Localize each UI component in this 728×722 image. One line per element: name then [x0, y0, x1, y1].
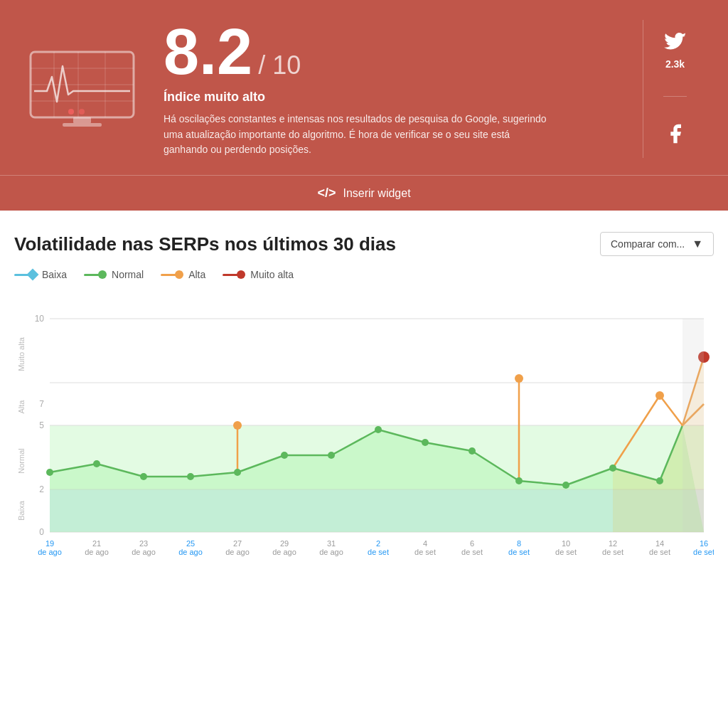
xlabel-27ago: 27 [233, 539, 242, 548]
green-dot-10set [562, 482, 569, 489]
y-label-7: 7 [39, 399, 44, 409]
yzone-baixa: Baixa [17, 500, 26, 520]
xlabel-19ago-2: de ago [38, 548, 62, 556]
facebook-share[interactable] [664, 122, 687, 145]
xlabel-8set-2: de set [508, 548, 530, 556]
xlabel-16set-2: de set [693, 548, 714, 556]
xlabel-19ago: 19 [46, 539, 54, 548]
xlabel-6set: 6 [470, 539, 474, 548]
chart-section: Volatilidade nas SERPs nos últimos 30 di… [0, 211, 728, 575]
xlabel-12set-2: de set [602, 548, 623, 556]
top-card-main: 8.2 / 10 Índice muito alto Há oscilações… [0, 0, 728, 175]
compare-label: Comparar com... [611, 238, 685, 250]
y-label-5: 5 [39, 420, 44, 430]
xlabel-31ago-2: de ago [319, 548, 343, 556]
xlabel-21ago: 21 [92, 539, 101, 548]
legend-muito-alta: Muito alta [223, 269, 294, 280]
xlabel-31ago: 31 [327, 539, 336, 548]
yzone-alta: Alta [17, 400, 26, 414]
social-divider [663, 96, 687, 97]
widget-bar[interactable]: </> Inserir widget [0, 175, 728, 211]
green-dot-12set [609, 464, 616, 472]
last-col-shade [682, 319, 704, 532]
legend-baixa: Baixa [14, 269, 67, 280]
legend-normal-label: Normal [112, 269, 144, 280]
yzone-muito-alta: Muito alta [17, 336, 26, 371]
xlabel-23ago: 23 [139, 539, 148, 548]
xlabel-25ago-2: de ago [178, 548, 203, 556]
xlabel-4set-2: de set [414, 548, 436, 556]
top-card: 8.2 / 10 Índice muito alto Há oscilações… [0, 0, 728, 211]
xlabel-16set: 16 [700, 539, 708, 548]
legend-alta-label: Alta [188, 269, 205, 280]
monitor-icon [21, 20, 142, 158]
chart-container: 10 7 5 2 0 Muito alta Alta Normal Baixa [14, 290, 714, 561]
xlabel-29ago: 29 [280, 539, 289, 548]
green-dot-2set [375, 426, 382, 433]
alta-zone [50, 383, 704, 425]
score-desc: Há oscilações constantes e intensas nos … [164, 112, 547, 158]
xlabel-10set-2: de set [555, 548, 577, 556]
green-dot-29ago [281, 452, 288, 459]
xlabel-8set: 8 [517, 539, 521, 548]
xlabel-12set: 12 [609, 539, 617, 548]
xlabel-25ago: 25 [186, 539, 195, 548]
legend-row: Baixa Normal Alta Muito alta [14, 269, 714, 280]
green-dot-14set [656, 477, 663, 484]
score-number: 8.2 [164, 20, 252, 84]
xlabel-21ago-2: de ago [85, 548, 109, 556]
green-dot-21ago [93, 460, 100, 467]
score-line: 8.2 / 10 [164, 20, 643, 84]
y-label-0: 0 [39, 527, 44, 537]
y-label-2: 2 [39, 484, 44, 494]
twitter-share[interactable]: 2.3k [664, 33, 687, 70]
y-label-10: 10 [35, 314, 45, 324]
social-panel: 2.3k [643, 20, 707, 158]
green-dot-23ago [140, 473, 147, 480]
green-dot-19ago [46, 469, 53, 476]
xlabel-2set: 2 [376, 539, 380, 548]
xlabel-10set: 10 [562, 539, 570, 548]
legend-baixa-label: Baixa [42, 269, 67, 280]
orange-dot-8set [515, 374, 523, 383]
green-dot-4set [422, 439, 429, 446]
orange-dot-27ago [233, 421, 242, 430]
orange-dot-12set [655, 391, 664, 400]
xlabel-23ago-2: de ago [132, 548, 156, 556]
green-dot-25ago [187, 473, 194, 480]
chart-title: Volatilidade nas SERPs nos últimos 30 di… [14, 233, 396, 255]
score-denom: / 10 [258, 51, 301, 80]
green-dot-8set [515, 477, 523, 484]
legend-normal: Normal [84, 269, 144, 280]
chevron-down-icon: ▼ [692, 238, 703, 250]
green-dot-31ago [328, 452, 335, 459]
widget-bar-label: Inserir widget [343, 187, 410, 200]
green-dot-6set [469, 447, 476, 455]
legend-muito-alta-label: Muito alta [250, 269, 294, 280]
xlabel-29ago-2: de ago [272, 548, 296, 556]
chart-svg: 10 7 5 2 0 Muito alta Alta Normal Baixa [14, 290, 714, 561]
score-block: 8.2 / 10 Índice muito alto Há oscilações… [164, 20, 643, 158]
chart-header: Volatilidade nas SERPs nos últimos 30 di… [14, 232, 714, 256]
xlabel-27ago-2: de ago [225, 548, 250, 556]
xlabel-6set-2: de set [461, 548, 483, 556]
compare-dropdown[interactable]: Comparar com... ▼ [600, 232, 714, 256]
green-dot-27ago [234, 469, 241, 476]
twitter-count: 2.3k [665, 58, 685, 70]
svg-point-9 [68, 109, 74, 115]
xlabel-4set: 4 [423, 539, 427, 548]
svg-point-10 [79, 109, 85, 115]
xlabel-14set-2: de set [649, 548, 670, 556]
svg-rect-7 [73, 117, 91, 123]
xlabel-14set: 14 [655, 539, 664, 548]
svg-rect-8 [63, 123, 102, 127]
score-label: Índice muito alto [164, 90, 643, 105]
legend-alta: Alta [161, 269, 205, 280]
code-icon: </> [317, 186, 336, 201]
yzone-normal: Normal [17, 448, 26, 473]
xlabel-2set-2: de set [368, 548, 389, 556]
